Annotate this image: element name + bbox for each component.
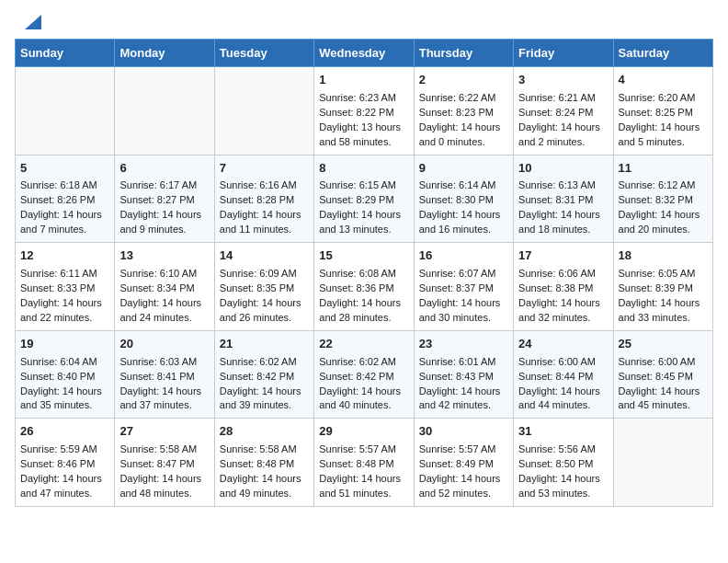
cell-info: Sunset: 8:43 PM xyxy=(419,370,508,385)
cell-info: Sunrise: 6:00 AM xyxy=(518,355,608,370)
week-row-1: 1Sunrise: 6:23 AMSunset: 8:22 PMDaylight… xyxy=(16,67,713,155)
day-number: 26 xyxy=(20,423,109,441)
day-number: 24 xyxy=(518,336,608,353)
calendar-cell: 24Sunrise: 6:00 AMSunset: 8:44 PMDayligh… xyxy=(514,330,613,419)
cell-info: Sunrise: 5:57 AM xyxy=(319,442,408,457)
logo xyxy=(22,17,41,29)
cell-info: Sunset: 8:23 PM xyxy=(419,106,508,121)
cell-info: Daylight: 14 hours and 39 minutes. xyxy=(220,385,309,414)
cell-info: Daylight: 14 hours and 47 minutes. xyxy=(20,472,109,501)
col-tuesday: Tuesday xyxy=(214,40,313,67)
cell-info: Sunrise: 6:03 AM xyxy=(119,355,209,370)
calendar-cell: 1Sunrise: 6:23 AMSunset: 8:22 PMDaylight… xyxy=(314,67,414,155)
calendar-cell: 13Sunrise: 6:10 AMSunset: 8:34 PMDayligh… xyxy=(115,243,214,331)
cell-info: Sunset: 8:25 PM xyxy=(619,106,708,121)
cell-info: Sunrise: 5:57 AM xyxy=(419,442,508,457)
cell-info: Sunset: 8:26 PM xyxy=(20,193,109,208)
cell-info: Daylight: 14 hours and 9 minutes. xyxy=(119,208,209,237)
calendar-cell xyxy=(115,67,214,155)
day-number: 29 xyxy=(319,423,408,441)
cell-info: Sunset: 8:48 PM xyxy=(319,457,408,472)
cell-info: Sunset: 8:34 PM xyxy=(119,282,209,296)
cell-info: Sunset: 8:44 PM xyxy=(518,370,608,385)
cell-info: Daylight: 14 hours and 45 minutes. xyxy=(619,385,708,414)
calendar-cell: 3Sunrise: 6:21 AMSunset: 8:24 PMDaylight… xyxy=(514,67,613,155)
calendar: Sunday Monday Tuesday Wednesday Thursday… xyxy=(0,39,728,522)
calendar-cell: 17Sunrise: 6:06 AMSunset: 8:38 PMDayligh… xyxy=(514,243,613,331)
cell-info: Daylight: 14 hours and 5 minutes. xyxy=(619,121,708,150)
calendar-cell: 6Sunrise: 6:17 AMSunset: 8:27 PMDaylight… xyxy=(115,155,214,243)
cell-info: Daylight: 14 hours and 0 minutes. xyxy=(419,121,508,150)
cell-info: Sunrise: 6:04 AM xyxy=(20,355,109,370)
day-number: 4 xyxy=(619,72,708,89)
cell-info: Daylight: 14 hours and 44 minutes. xyxy=(518,385,608,414)
cell-info: Sunrise: 6:15 AM xyxy=(319,178,408,193)
col-thursday: Thursday xyxy=(414,40,513,67)
col-saturday: Saturday xyxy=(613,40,712,67)
week-row-3: 12Sunrise: 6:11 AMSunset: 8:33 PMDayligh… xyxy=(16,243,713,331)
calendar-cell: 9Sunrise: 6:14 AMSunset: 8:30 PMDaylight… xyxy=(414,155,513,243)
day-number: 21 xyxy=(220,336,309,353)
cell-info: Daylight: 13 hours and 58 minutes. xyxy=(319,121,408,150)
day-number: 1 xyxy=(319,72,408,89)
calendar-cell: 14Sunrise: 6:09 AMSunset: 8:35 PMDayligh… xyxy=(214,243,313,331)
calendar-cell: 25Sunrise: 6:00 AMSunset: 8:45 PMDayligh… xyxy=(613,330,712,419)
day-number: 5 xyxy=(20,160,109,178)
calendar-cell: 5Sunrise: 6:18 AMSunset: 8:26 PMDaylight… xyxy=(16,155,115,243)
cell-info: Sunrise: 6:09 AM xyxy=(220,267,309,282)
calendar-cell xyxy=(214,67,313,155)
cell-info: Daylight: 14 hours and 28 minutes. xyxy=(319,296,408,326)
col-monday: Monday xyxy=(115,40,214,67)
cell-info: Daylight: 14 hours and 11 minutes. xyxy=(220,208,309,237)
cell-info: Sunrise: 6:14 AM xyxy=(419,178,508,193)
calendar-cell xyxy=(613,419,712,507)
header-row: Sunday Monday Tuesday Wednesday Thursday… xyxy=(16,40,713,67)
calendar-cell: 10Sunrise: 6:13 AMSunset: 8:31 PMDayligh… xyxy=(514,155,613,243)
cell-info: Sunset: 8:24 PM xyxy=(518,106,608,121)
cell-info: Sunset: 8:48 PM xyxy=(220,457,309,472)
calendar-cell: 23Sunrise: 6:01 AMSunset: 8:43 PMDayligh… xyxy=(414,330,513,419)
calendar-cell xyxy=(16,67,115,155)
day-number: 2 xyxy=(419,72,508,89)
cell-info: Daylight: 14 hours and 2 minutes. xyxy=(518,121,608,150)
week-row-4: 19Sunrise: 6:04 AMSunset: 8:40 PMDayligh… xyxy=(16,330,713,419)
day-number: 9 xyxy=(419,160,508,178)
svg-marker-0 xyxy=(25,15,41,29)
cell-info: Sunset: 8:38 PM xyxy=(518,282,608,296)
cell-info: Sunset: 8:36 PM xyxy=(319,282,408,296)
cell-info: Sunset: 8:37 PM xyxy=(419,282,508,296)
cell-info: Sunset: 8:40 PM xyxy=(20,370,109,385)
calendar-cell: 27Sunrise: 5:58 AMSunset: 8:47 PMDayligh… xyxy=(115,419,214,507)
cell-info: Daylight: 14 hours and 30 minutes. xyxy=(419,296,508,326)
week-row-2: 5Sunrise: 6:18 AMSunset: 8:26 PMDaylight… xyxy=(16,155,713,243)
cell-info: Sunrise: 6:21 AM xyxy=(518,91,608,106)
cell-info: Daylight: 14 hours and 22 minutes. xyxy=(20,296,109,326)
day-number: 8 xyxy=(319,160,408,178)
cell-info: Sunrise: 6:22 AM xyxy=(419,91,508,106)
cell-info: Sunset: 8:27 PM xyxy=(119,193,209,208)
cell-info: Daylight: 14 hours and 40 minutes. xyxy=(319,385,408,414)
cell-info: Sunrise: 5:58 AM xyxy=(220,442,309,457)
calendar-cell: 11Sunrise: 6:12 AMSunset: 8:32 PMDayligh… xyxy=(613,155,712,243)
cell-info: Sunset: 8:22 PM xyxy=(319,106,408,121)
day-number: 22 xyxy=(319,336,408,353)
day-number: 13 xyxy=(119,247,209,265)
cell-info: Daylight: 14 hours and 49 minutes. xyxy=(220,472,309,501)
cell-info: Sunset: 8:30 PM xyxy=(419,193,508,208)
calendar-cell: 20Sunrise: 6:03 AMSunset: 8:41 PMDayligh… xyxy=(115,330,214,419)
day-number: 30 xyxy=(419,423,508,441)
calendar-cell: 16Sunrise: 6:07 AMSunset: 8:37 PMDayligh… xyxy=(414,243,513,331)
cell-info: Daylight: 14 hours and 24 minutes. xyxy=(119,296,209,326)
cell-info: Sunset: 8:28 PM xyxy=(220,193,309,208)
cell-info: Sunrise: 6:20 AM xyxy=(619,91,708,106)
cell-info: Sunrise: 5:59 AM xyxy=(20,442,109,457)
cell-info: Sunrise: 6:10 AM xyxy=(119,267,209,282)
cell-info: Sunrise: 6:08 AM xyxy=(319,267,408,282)
cell-info: Daylight: 14 hours and 51 minutes. xyxy=(319,472,408,501)
day-number: 18 xyxy=(619,247,708,265)
cell-info: Sunrise: 5:58 AM xyxy=(119,442,209,457)
calendar-cell: 8Sunrise: 6:15 AMSunset: 8:29 PMDaylight… xyxy=(314,155,414,243)
cell-info: Daylight: 14 hours and 53 minutes. xyxy=(518,472,608,501)
day-number: 20 xyxy=(119,336,209,353)
cell-info: Sunrise: 6:18 AM xyxy=(20,178,109,193)
